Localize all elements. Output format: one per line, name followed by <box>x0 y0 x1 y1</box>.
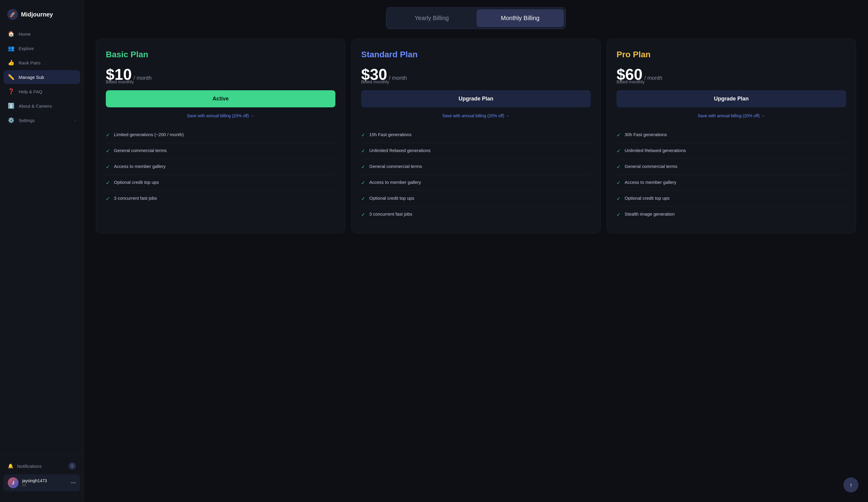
sidebar-item-help-faq-label: Help & FAQ <box>19 89 42 94</box>
check-icon: ✓ <box>361 196 365 202</box>
standard-feature-5: ✓ 3 concurrent fast jobs <box>361 207 591 222</box>
sidebar-item-settings[interactable]: ⚙️ Settings › <box>3 113 80 127</box>
standard-feature-3: ✓ Access to member gallery <box>361 175 591 191</box>
standard-feature-4: ✓ Optional credit top ups <box>361 191 591 207</box>
pro-feature-4: ✓ Optional credit top ups <box>617 191 846 207</box>
standard-price-period: / month <box>389 75 407 81</box>
basic-features-list: ✓ Limited generations (~200 / month) ✓ G… <box>106 127 335 206</box>
standard-cta-button[interactable]: Upgrade Plan <box>361 90 591 107</box>
standard-save-link[interactable]: Save with annual billing (20% off) → <box>361 113 591 118</box>
sidebar-item-settings-label: Settings <box>19 118 35 123</box>
basic-feature-4: ✓ 3 concurrent fast jobs <box>106 191 335 206</box>
about-careers-icon: ℹ️ <box>8 103 14 109</box>
check-icon: ✓ <box>106 196 110 202</box>
user-menu-icon[interactable]: ••• <box>71 480 76 485</box>
plan-card-basic: Basic Plan $10 / month Billed monthly Ac… <box>96 39 345 233</box>
basic-feature-2: ✓ Access to member gallery <box>106 159 335 175</box>
check-icon: ✓ <box>106 148 110 154</box>
plans-grid: Basic Plan $10 / month Billed monthly Ac… <box>96 39 856 233</box>
sidebar-item-rank-pairs-label: Rank Pairs <box>19 60 40 65</box>
user-info: jaysingh1473 #0 <box>22 478 67 487</box>
plan-card-standard: Standard Plan $30 / month Billed monthly… <box>351 39 601 233</box>
basic-save-link[interactable]: Save with annual billing (20% off) → <box>106 113 335 118</box>
check-icon: ✓ <box>106 132 110 138</box>
notifications-badge: 0 <box>69 462 76 470</box>
check-icon: ✓ <box>106 180 110 186</box>
check-icon: ✓ <box>361 132 365 138</box>
check-icon: ✓ <box>617 196 620 202</box>
user-hash: #0 <box>22 483 67 487</box>
pro-features-list: ✓ 30h Fast generations ✓ Unlimited Relax… <box>617 127 846 222</box>
basic-feature-3: ✓ Optional credit top ups <box>106 175 335 191</box>
basic-feature-1: ✓ General commercial terms <box>106 143 335 159</box>
basic-feature-0: ✓ Limited generations (~200 / month) <box>106 127 335 143</box>
pro-price-period: / month <box>644 75 662 81</box>
scroll-top-button[interactable]: ↑ <box>844 478 858 492</box>
check-icon: ✓ <box>617 180 620 186</box>
check-icon: ✓ <box>617 212 620 217</box>
app-name: Midjourney <box>21 11 53 18</box>
pro-feature-2: ✓ General commercial terms <box>617 159 846 175</box>
sidebar-item-manage-sub[interactable]: ✏️ Manage Sub <box>3 70 80 84</box>
check-icon: ✓ <box>361 212 365 217</box>
settings-chevron-icon: › <box>75 118 76 122</box>
settings-icon: ⚙️ <box>8 117 14 124</box>
pro-save-link[interactable]: Save with annual billing (20% off) → <box>617 113 846 118</box>
billing-toggle: Yearly Billing Monthly Billing <box>386 7 566 29</box>
pro-plan-name: Pro Plan <box>617 50 846 59</box>
pro-feature-3: ✓ Access to member gallery <box>617 175 846 191</box>
plan-card-pro: Pro Plan $60 / month Billed monthly Upgr… <box>607 39 856 233</box>
sidebar-bottom: 🔔 Notifications 0 J jaysingh1473 #0 ••• <box>0 454 84 496</box>
monthly-billing-btn[interactable]: Monthly Billing <box>477 9 564 27</box>
logo-icon: 🚀 <box>7 9 18 20</box>
billing-toggle-wrapper: Yearly Billing Monthly Billing <box>96 0 856 39</box>
sidebar-item-explore[interactable]: 👥 Explore <box>3 41 80 55</box>
sidebar-logo: 🚀 Midjourney <box>0 6 84 27</box>
main-content: Yearly Billing Monthly Billing Basic Pla… <box>84 0 868 502</box>
bell-icon: 🔔 <box>8 463 13 469</box>
pro-feature-1: ✓ Unlimited Relaxed generations <box>617 143 846 159</box>
manage-sub-icon: ✏️ <box>8 74 14 80</box>
standard-feature-0: ✓ 15h Fast generations <box>361 127 591 143</box>
pro-feature-5: ✓ Stealth image generation <box>617 207 846 222</box>
check-icon: ✓ <box>361 180 365 186</box>
sidebar-item-explore-label: Explore <box>19 46 34 51</box>
pro-feature-0: ✓ 30h Fast generations <box>617 127 846 143</box>
check-icon: ✓ <box>617 164 620 170</box>
check-icon: ✓ <box>617 148 620 154</box>
avatar: J <box>8 478 19 488</box>
user-profile-row[interactable]: J jaysingh1473 #0 ••• <box>3 474 80 491</box>
check-icon: ✓ <box>617 132 620 138</box>
sidebar-item-manage-sub-label: Manage Sub <box>19 75 44 80</box>
basic-price-period: / month <box>134 75 152 81</box>
rank-pairs-icon: 👍 <box>8 59 14 66</box>
sidebar-item-help-faq[interactable]: ❓ Help & FAQ <box>3 84 80 98</box>
standard-feature-2: ✓ General commercial terms <box>361 159 591 175</box>
sidebar-item-about-careers-label: About & Careers <box>19 103 52 109</box>
username: jaysingh1473 <box>22 478 67 483</box>
sidebar: 🚀 Midjourney 🏠 Home 👥 Explore 👍 Rank Pai… <box>0 0 84 502</box>
nav-menu: 🏠 Home 👥 Explore 👍 Rank Pairs ✏️ Manage … <box>0 27 84 454</box>
basic-cta-button[interactable]: Active <box>106 90 335 107</box>
sidebar-item-rank-pairs[interactable]: 👍 Rank Pairs <box>3 56 80 70</box>
standard-features-list: ✓ 15h Fast generations ✓ Unlimited Relax… <box>361 127 591 222</box>
notifications-row[interactable]: 🔔 Notifications 0 <box>3 459 80 473</box>
check-icon: ✓ <box>361 164 365 170</box>
standard-feature-1: ✓ Unlimited Relaxed generations <box>361 143 591 159</box>
explore-icon: 👥 <box>8 45 14 52</box>
help-faq-icon: ❓ <box>8 88 14 95</box>
notifications-label: Notifications <box>17 464 42 469</box>
check-icon: ✓ <box>361 148 365 154</box>
sidebar-item-home[interactable]: 🏠 Home <box>3 27 80 41</box>
basic-plan-name: Basic Plan <box>106 50 335 59</box>
pro-cta-button[interactable]: Upgrade Plan <box>617 90 846 107</box>
standard-plan-name: Standard Plan <box>361 50 591 59</box>
check-icon: ✓ <box>106 164 110 170</box>
home-icon: 🏠 <box>8 31 14 37</box>
sidebar-item-about-careers[interactable]: ℹ️ About & Careers <box>3 99 80 113</box>
sidebar-item-home-label: Home <box>19 31 31 37</box>
yearly-billing-btn[interactable]: Yearly Billing <box>388 9 475 27</box>
